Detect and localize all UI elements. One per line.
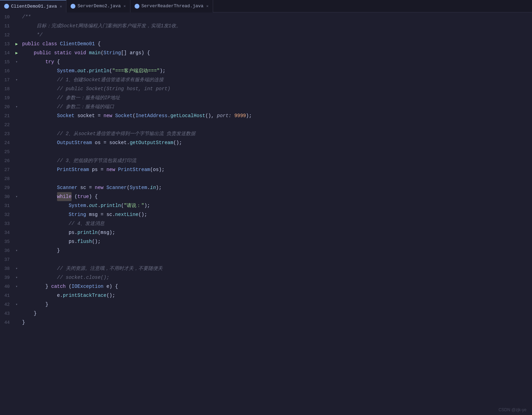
code-editor: 10 11 12 13 ▶ 14 ▶ 15 ▾ 16: [0, 12, 532, 415]
tab-serverdemo2[interactable]: ServerDemo2.java ✕: [66, 0, 130, 12]
line-num-44: 44: [0, 320, 12, 325]
tab-icon-serverdemo2: [71, 4, 75, 9]
gutter-icon-15[interactable]: ▾: [12, 60, 21, 64]
code-line-41: e.printStackTrace();: [22, 291, 532, 300]
code-line-28: [22, 174, 532, 183]
code-line-38: // 关闭资源。注意哦，不用时才关，不要随便关: [22, 264, 532, 273]
tab-label-clientdemo01: ClientDemo01.java: [11, 4, 57, 9]
line-num-14: 14: [0, 50, 12, 56]
code-line-15: try {: [22, 57, 532, 66]
gutter-row-12: 12: [0, 30, 21, 39]
code-line-22: [22, 120, 532, 129]
tab-clientdemo01[interactable]: ClientDemo01.java ✕: [0, 0, 66, 12]
code-line-33: // 4、发送消息: [22, 219, 532, 228]
code-content[interactable]: /** 目标：完成Socket网络编程入门案例的客户端开发，实现1发1收。 */…: [21, 12, 532, 415]
gutter-icon-40[interactable]: ▾: [12, 284, 21, 289]
line-num-43: 43: [0, 311, 12, 316]
line-num-32: 32: [0, 212, 12, 217]
watermark: CSDN @zjk-ye: [498, 407, 526, 412]
gutter-icon-38[interactable]: ▾: [12, 266, 21, 271]
line-num-42: 42: [0, 302, 12, 307]
line-num-23: 23: [0, 131, 12, 136]
line-num-28: 28: [0, 176, 12, 181]
tab-icon-clientdemo01: [4, 4, 9, 9]
line-num-20: 20: [0, 104, 12, 110]
code-line-29: Scanner sc = new Scanner(System.in);: [22, 183, 532, 192]
tab-close-clientdemo01[interactable]: ✕: [60, 4, 62, 9]
gutter-row-32: 32: [0, 210, 21, 219]
gutter-row-17: 17 ▾: [0, 75, 21, 84]
gutter-row-26: 26: [0, 156, 21, 165]
gutter-icon-39[interactable]: ▾: [12, 275, 21, 280]
gutter-row-35: 35: [0, 237, 21, 246]
line-num-22: 22: [0, 122, 12, 128]
code-line-37: [22, 255, 532, 264]
code-line-10: /**: [22, 12, 532, 21]
tab-bar: ClientDemo01.java ✕ ServerDemo2.java ✕ S…: [0, 0, 532, 12]
line-num-40: 40: [0, 284, 12, 289]
code-line-40: } catch (IOException e) {: [22, 282, 532, 291]
line-num-33: 33: [0, 221, 12, 226]
code-line-39: // socket.close();: [22, 273, 532, 282]
code-line-13: public class ClientDemo01 {: [22, 39, 532, 48]
gutter-icon-36[interactable]: ▾: [12, 248, 21, 253]
line-num-39: 39: [0, 275, 12, 280]
line-num-24: 24: [0, 140, 12, 145]
gutter-row-30: 30 ▾: [0, 192, 21, 201]
gutter-row-19: 19: [0, 93, 21, 102]
gutter-icon-13[interactable]: ▶: [12, 41, 21, 47]
tab-close-serverreaderthread[interactable]: ✕: [206, 4, 209, 8]
gutter-row-21: 21: [0, 111, 21, 120]
code-line-14: public static void main(String[] args) {: [22, 48, 532, 57]
gutter-row-13: 13 ▶: [0, 39, 21, 48]
code-line-30: while (true) {: [22, 192, 532, 201]
code-line-16: System.out.println("===客户端启动===");: [22, 66, 532, 75]
gutter-icon-17[interactable]: ▾: [12, 78, 21, 82]
line-num-38: 38: [0, 266, 12, 271]
line-num-25: 25: [0, 149, 12, 154]
code-line-25: [22, 147, 532, 156]
line-num-16: 16: [0, 68, 12, 74]
line-num-10: 10: [0, 15, 12, 20]
tab-close-serverdemo2[interactable]: ✕: [123, 4, 126, 8]
tab-serverreaderthread[interactable]: ServerReaderThread.java ✕: [130, 0, 213, 12]
code-line-17: // 1、创建Socket通信管道请求有服务端的连接: [22, 75, 532, 84]
gutter-row-31: 31: [0, 201, 21, 210]
line-num-34: 34: [0, 230, 12, 235]
code-line-44: }: [22, 318, 532, 327]
line-gutter: 10 11 12 13 ▶ 14 ▶ 15 ▾ 16: [0, 12, 21, 415]
gutter-icon-30[interactable]: ▾: [12, 195, 21, 199]
gutter-row-37: 37: [0, 255, 21, 264]
gutter-row-11: 11: [0, 21, 21, 30]
line-num-41: 41: [0, 293, 12, 298]
gutter-row-23: 23: [0, 129, 21, 138]
gutter-row-24: 24: [0, 138, 21, 147]
code-line-34: ps.println(msg);: [22, 228, 532, 237]
tab-icon-serverreaderthread: [135, 4, 139, 9]
gutter-icon-42[interactable]: ▾: [12, 302, 21, 306]
gutter-row-16: 16: [0, 66, 21, 75]
line-num-17: 17: [0, 77, 12, 83]
code-line-32: String msg = sc.nextLine();: [22, 210, 532, 219]
gutter-row-42: 42 ▾: [0, 300, 21, 309]
line-num-12: 12: [0, 32, 12, 38]
gutter-row-14: 14 ▶: [0, 48, 21, 57]
gutter-row-22: 22: [0, 120, 21, 129]
gutter-row-34: 34: [0, 228, 21, 237]
gutter-row-38: 38 ▾: [0, 264, 21, 273]
gutter-row-15: 15 ▾: [0, 57, 21, 66]
gutter-row-10: 10: [0, 12, 21, 21]
code-line-42: }: [22, 300, 532, 309]
gutter-icon-20[interactable]: ▾: [12, 105, 21, 109]
line-num-21: 21: [0, 113, 12, 119]
gutter-row-20: 20 ▾: [0, 102, 21, 111]
gutter-row-44: 44: [0, 318, 21, 327]
code-line-11: 目标：完成Socket网络编程入门案例的客户端开发，实现1发1收。: [22, 21, 532, 30]
gutter-row-28: 28: [0, 174, 21, 183]
line-num-11: 11: [0, 23, 12, 29]
line-num-15: 15: [0, 59, 12, 65]
gutter-icon-14[interactable]: ▶: [12, 50, 21, 56]
line-num-26: 26: [0, 158, 12, 163]
gutter-row-33: 33: [0, 219, 21, 228]
gutter-row-43: 43: [0, 309, 21, 318]
